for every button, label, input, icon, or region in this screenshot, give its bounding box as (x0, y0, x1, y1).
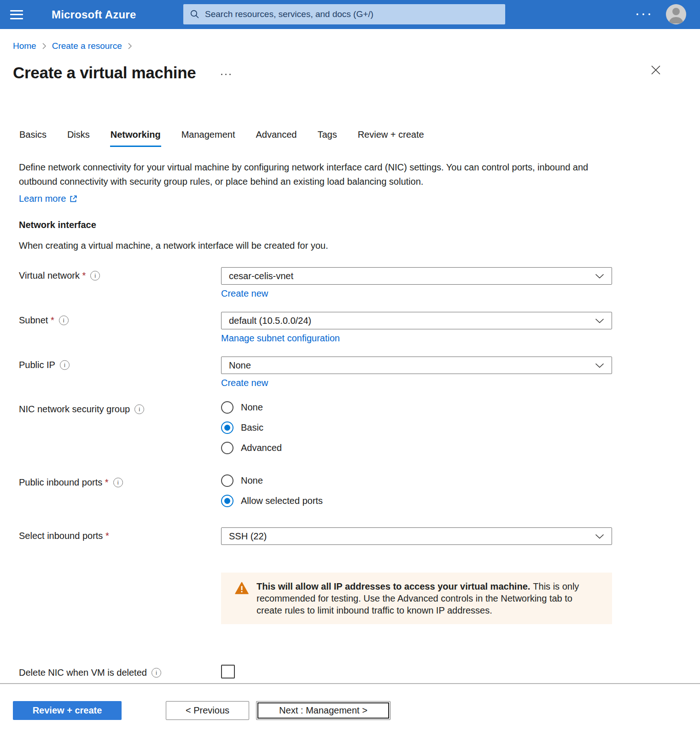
section-subtext: When creating a virtual machine, a netwo… (19, 240, 613, 251)
virtual-network-label: Virtual network (19, 267, 221, 281)
nic-nsg-label: NIC network security group (19, 401, 221, 415)
info-icon[interactable] (134, 404, 144, 414)
page-more-options-icon[interactable] (221, 74, 231, 75)
wizard-footer: Review + create < Previous Next : Manage… (0, 683, 700, 737)
subnet-label: Subnet (19, 312, 221, 326)
public-inbound-option-none[interactable]: None (221, 474, 612, 487)
info-icon[interactable] (59, 316, 69, 325)
radio-icon (221, 474, 233, 487)
breadcrumb-home[interactable]: Home (13, 41, 36, 51)
inbound-ports-warning: This will allow all IP addresses to acce… (221, 573, 612, 624)
warning-icon (235, 582, 249, 595)
select-inbound-ports-select[interactable]: SSH (22) (221, 527, 612, 545)
nic-nsg-option-advanced[interactable]: Advanced (221, 442, 612, 454)
public-inbound-ports-row: Public inbound ports None Allow selected… (19, 474, 613, 507)
nic-nsg-row: NIC network security group None Basic Ad… (19, 401, 613, 454)
delete-nic-checkbox[interactable] (221, 665, 235, 679)
section-heading: Network interface (19, 220, 613, 230)
external-link-icon (69, 195, 77, 203)
chevron-down-icon (595, 534, 604, 539)
public-inbound-ports-radio-group: None Allow selected ports (221, 474, 612, 507)
public-inbound-ports-label: Public inbound ports (19, 474, 221, 488)
info-icon[interactable] (152, 668, 161, 678)
breadcrumb: Home Create a resource (13, 41, 700, 51)
tab-tags[interactable]: Tags (317, 129, 337, 147)
warning-text: This will allow all IP addresses to acce… (257, 580, 600, 616)
radio-selected-icon (221, 421, 233, 434)
learn-more-link[interactable]: Learn more (19, 193, 77, 204)
page-title: Create a virtual machine (13, 64, 196, 82)
radio-icon (221, 442, 233, 454)
learn-more: Learn more (19, 193, 613, 204)
brand-title: Microsoft Azure (52, 8, 136, 21)
hamburger-menu-icon[interactable] (10, 10, 23, 19)
virtual-network-create-new-link[interactable]: Create new (221, 288, 268, 298)
info-icon[interactable] (90, 271, 100, 281)
tab-management[interactable]: Management (181, 129, 236, 147)
subnet-select[interactable]: default (10.5.0.0/24) (221, 312, 612, 329)
search-input[interactable] (205, 9, 499, 19)
main-content: Define network connectivity for your vir… (19, 160, 613, 679)
radio-selected-icon (221, 495, 233, 507)
close-icon[interactable] (650, 64, 662, 76)
public-ip-create-new-link[interactable]: Create new (221, 378, 268, 388)
tab-basics[interactable]: Basics (19, 129, 47, 147)
chevron-right-icon (128, 42, 132, 50)
chevron-down-icon (595, 363, 604, 368)
nic-nsg-radio-group: None Basic Advanced (221, 401, 612, 454)
more-options-icon[interactable] (636, 13, 650, 15)
delete-nic-row: Delete NIC when VM is deleted (19, 665, 613, 679)
select-inbound-ports-label: Select inbound ports (19, 527, 221, 541)
chevron-right-icon (42, 42, 47, 50)
person-icon (666, 4, 686, 24)
public-ip-label: Public IP (19, 357, 221, 370)
subnet-row: Subnet default (10.5.0.0/24) Manage subn… (19, 312, 613, 344)
networking-description: Define network connectivity for your vir… (19, 160, 613, 189)
info-icon[interactable] (113, 478, 123, 487)
chevron-down-icon (595, 318, 604, 323)
public-ip-select[interactable]: None (221, 357, 612, 374)
review-create-button[interactable]: Review + create (13, 701, 122, 720)
tab-advanced[interactable]: Advanced (255, 129, 297, 147)
tab-disks[interactable]: Disks (67, 129, 90, 147)
title-row: Create a virtual machine (13, 62, 687, 83)
breadcrumb-create-a-resource[interactable]: Create a resource (52, 41, 122, 51)
tab-review-create[interactable]: Review + create (357, 129, 425, 147)
public-inbound-option-allow-selected[interactable]: Allow selected ports (221, 495, 612, 507)
previous-button[interactable]: < Previous (166, 701, 249, 720)
next-management-button[interactable]: Next : Management > (256, 701, 391, 720)
wizard-tabs: Basics Disks Networking Management Advan… (19, 129, 700, 147)
azure-top-bar: Microsoft Azure (0, 0, 700, 29)
tab-networking[interactable]: Networking (110, 129, 161, 147)
select-inbound-ports-row: Select inbound ports SSH (22) (19, 527, 613, 545)
nic-nsg-option-basic[interactable]: Basic (221, 421, 612, 434)
global-search[interactable] (183, 4, 505, 24)
chevron-down-icon (595, 274, 604, 279)
info-icon[interactable] (60, 360, 70, 370)
delete-nic-label: Delete NIC when VM is deleted (19, 665, 221, 678)
manage-subnet-configuration-link[interactable]: Manage subnet configuration (221, 333, 340, 343)
public-ip-row: Public IP None Create new (19, 357, 613, 388)
virtual-network-row: Virtual network cesar-celis-vnet Create … (19, 267, 613, 299)
search-icon (190, 9, 200, 19)
nic-nsg-option-none[interactable]: None (221, 401, 612, 414)
virtual-network-select[interactable]: cesar-celis-vnet (221, 267, 612, 285)
radio-icon (221, 401, 233, 414)
avatar[interactable] (666, 4, 686, 24)
